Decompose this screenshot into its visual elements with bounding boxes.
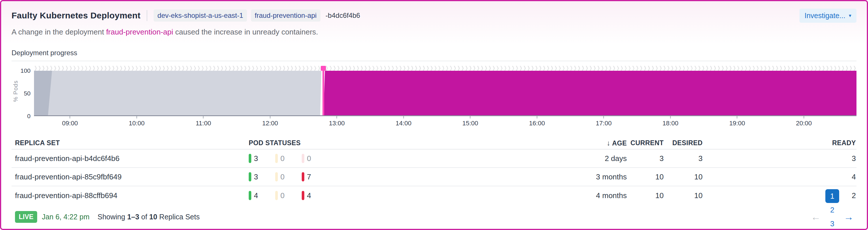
deployment-tag[interactable]: fraud-prevention-api xyxy=(251,9,320,22)
pod-status-failed: 0 xyxy=(302,154,328,163)
pod-count: 4 xyxy=(307,191,311,200)
x-tick: 13:00 xyxy=(329,116,345,127)
page-numbers: 1234 xyxy=(824,189,841,230)
tick-mark xyxy=(536,116,537,118)
pod-statuses-cell: 300 xyxy=(249,154,584,163)
tick-mark xyxy=(470,116,471,118)
live-badge[interactable]: LIVE xyxy=(15,211,37,223)
pod-count: 4 xyxy=(254,191,258,200)
ready-cell: 3 xyxy=(703,154,857,163)
ready-cell: 4 xyxy=(703,172,857,182)
column-header-age[interactable]: ↓AGE xyxy=(584,139,627,147)
failed-status-bar-icon xyxy=(302,172,304,182)
table-row[interactable]: fraud-prevention-api-88cffb694 404 4 mon… xyxy=(11,186,857,205)
pod-status-failed: 7 xyxy=(302,172,328,182)
page-button-2[interactable]: 2 xyxy=(825,203,839,217)
age-cell: 2 days xyxy=(584,154,627,163)
previous-page-arrow-icon[interactable]: ← xyxy=(808,212,824,222)
y-tick-label: 50 xyxy=(24,90,31,97)
pod-count: 3 xyxy=(254,154,258,163)
chart-title: Deployment progress xyxy=(11,49,857,57)
pod-status-ok: 3 xyxy=(249,154,275,163)
tick-mark xyxy=(136,116,137,118)
pod-count: 0 xyxy=(307,154,311,163)
faulty-kubernetes-deployment-panel: Faulty Kubernetes Deployment dev-eks-sho… xyxy=(0,0,868,230)
unready-hatch-band xyxy=(34,66,857,71)
description-suffix: caused the increase in unready container… xyxy=(173,28,318,36)
x-tick-label: 12:00 xyxy=(262,120,278,127)
x-tick: 19:00 xyxy=(729,116,745,127)
showing-summary: Showing 1–3 of 10 Replica Sets xyxy=(98,213,200,221)
tick-mark xyxy=(403,116,404,118)
x-tick-label: 15:00 xyxy=(462,120,478,127)
table-row[interactable]: fraud-prevention-api-b4dc6f4b6 300 2 day… xyxy=(11,150,857,168)
x-tick-label: 20:00 xyxy=(796,120,812,127)
tick-mark xyxy=(70,116,70,118)
x-tick-label: 18:00 xyxy=(662,120,678,127)
failed-status-bar-icon xyxy=(302,191,304,200)
incident-description: A change in the deployment fraud-prevent… xyxy=(11,27,857,37)
current-cell: 10 xyxy=(627,191,664,200)
pod-status-ok: 4 xyxy=(249,191,275,200)
age-cell: 4 months xyxy=(584,191,627,200)
investigate-button[interactable]: Investigate... ▾ xyxy=(799,9,857,23)
showing-suffix: Replica Sets xyxy=(157,213,200,221)
desired-cell: 10 xyxy=(664,172,703,182)
header-divider xyxy=(147,10,147,21)
page-title: Faulty Kubernetes Deployment xyxy=(11,11,141,21)
pod-statuses-cell: 307 xyxy=(249,172,584,182)
x-tick: 09:00 xyxy=(62,116,78,127)
x-tick: 15:00 xyxy=(462,116,478,127)
column-header-replica-set[interactable]: REPLICA SET xyxy=(11,139,249,147)
x-tick-label: 09:00 xyxy=(62,120,78,127)
cluster-tag[interactable]: dev-eks-shopist-a-us-east-1 xyxy=(154,9,247,22)
showing-range: 1–3 xyxy=(127,213,139,221)
showing-prefix: Showing xyxy=(98,213,127,221)
x-tick-label: 13:00 xyxy=(329,120,345,127)
page-button-1[interactable]: 1 xyxy=(825,189,839,203)
deployment-link[interactable]: fraud-prevention-api xyxy=(106,28,173,36)
pod-count: 0 xyxy=(280,154,284,163)
pod-count: 3 xyxy=(254,172,258,182)
desired-cell: 3 xyxy=(664,154,703,163)
pod-status-pending: 0 xyxy=(275,191,302,200)
x-tick-label: 10:00 xyxy=(129,120,145,127)
column-header-current[interactable]: CURRENT xyxy=(627,139,664,147)
chart-title-divider xyxy=(11,61,857,61)
ok-status-bar-icon xyxy=(249,172,251,182)
showing-of: of xyxy=(139,213,149,221)
next-page-arrow-icon[interactable]: → xyxy=(841,212,857,222)
area-series xyxy=(34,71,857,116)
tick-mark xyxy=(803,116,804,118)
deployment-progress-chart[interactable]: % Pods 100500 xyxy=(11,66,857,116)
table-header-row: REPLICA SET POD STATUSES ↓AGE CURRENT DE… xyxy=(11,137,857,150)
x-tick: 20:00 xyxy=(796,116,812,127)
column-header-desired[interactable]: DESIRED xyxy=(664,139,703,147)
pod-count: 0 xyxy=(280,191,284,200)
event-marker-handle-icon[interactable] xyxy=(321,66,326,71)
desired-cell: 10 xyxy=(664,191,703,200)
previous-replica-set-pods xyxy=(34,71,321,116)
age-cell: 3 months xyxy=(584,172,627,182)
ok-status-bar-icon xyxy=(249,191,251,200)
column-header-ready[interactable]: READY xyxy=(703,139,857,147)
page-button-3[interactable]: 3 xyxy=(825,217,839,230)
table-row[interactable]: fraud-prevention-api-85c9fbf649 307 3 mo… xyxy=(11,168,857,186)
x-tick: 14:00 xyxy=(396,116,411,127)
x-tick: 10:00 xyxy=(129,116,145,127)
column-header-pod-statuses[interactable]: POD STATUSES xyxy=(249,139,584,147)
y-tick-label: 100 xyxy=(21,67,31,74)
chart-plot-area[interactable] xyxy=(34,66,857,116)
x-axis-line xyxy=(34,115,857,116)
table-footer: LIVE Jan 6, 4:22 pm Showing 1–3 of 10 Re… xyxy=(11,209,857,224)
replica-set-name: fraud-prevention-api-85c9fbf649 xyxy=(11,172,249,182)
x-tick: 17:00 xyxy=(596,116,612,127)
replica-sets-table: REPLICA SET POD STATUSES ↓AGE CURRENT DE… xyxy=(11,137,857,205)
tick-mark xyxy=(270,116,270,118)
replica-set-name: fraud-prevention-api-b4dc6f4b6 xyxy=(11,154,249,163)
current-cell: 10 xyxy=(627,172,664,182)
y-axis: % Pods 100500 xyxy=(11,66,34,116)
pod-status-ok: 3 xyxy=(249,172,275,182)
tick-mark xyxy=(670,116,671,118)
chevron-down-icon: ▾ xyxy=(849,13,851,19)
